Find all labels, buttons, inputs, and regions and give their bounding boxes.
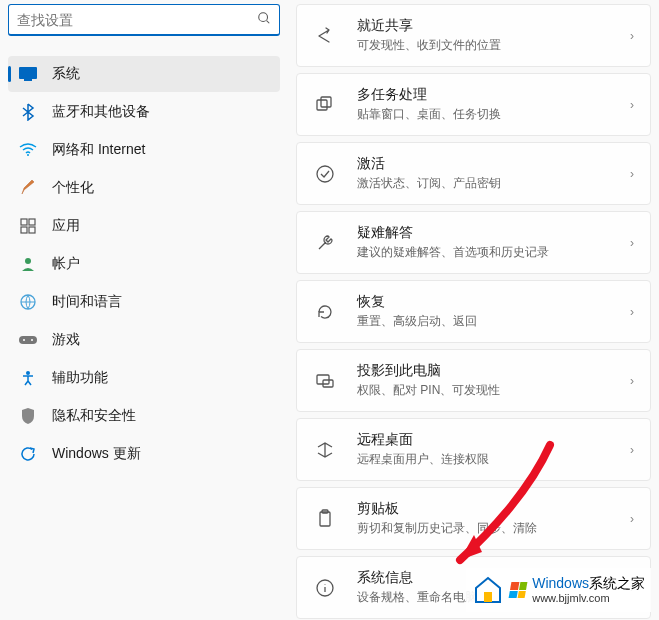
- wrench-icon: [313, 233, 337, 253]
- svg-point-14: [26, 371, 30, 375]
- sidebar-item-label: 时间和语言: [52, 293, 122, 311]
- svg-rect-25: [484, 592, 492, 602]
- wifi-icon: [18, 143, 38, 157]
- watermark-brand: Windows系统之家: [532, 576, 645, 591]
- svg-point-0: [259, 12, 268, 21]
- sidebar-item-windows-update[interactable]: Windows 更新: [8, 436, 280, 472]
- chevron-right-icon: ›: [630, 443, 634, 457]
- setting-multitasking[interactable]: 多任务处理 贴靠窗口、桌面、任务切换 ›: [296, 73, 651, 136]
- setting-title: 多任务处理: [357, 86, 630, 104]
- svg-rect-8: [29, 227, 35, 233]
- sidebar-item-label: 蓝牙和其他设备: [52, 103, 150, 121]
- svg-rect-3: [24, 79, 32, 81]
- account-icon: [18, 256, 38, 272]
- sidebar-item-label: 隐私和安全性: [52, 407, 136, 425]
- apps-icon: [18, 218, 38, 234]
- sidebar-item-privacy[interactable]: 隐私和安全性: [8, 398, 280, 434]
- setting-title: 疑难解答: [357, 224, 630, 242]
- setting-title: 恢复: [357, 293, 630, 311]
- setting-projecting[interactable]: 投影到此电脑 权限、配对 PIN、可发现性 ›: [296, 349, 651, 412]
- sidebar-item-label: 帐户: [52, 255, 80, 273]
- house-icon: [472, 572, 504, 608]
- setting-title: 就近共享: [357, 17, 630, 35]
- sidebar-item-label: 游戏: [52, 331, 80, 349]
- setting-desc: 建议的疑难解答、首选项和历史记录: [357, 244, 630, 261]
- setting-clipboard[interactable]: 剪贴板 剪切和复制历史记录、同步、清除 ›: [296, 487, 651, 550]
- sidebar-item-label: Windows 更新: [52, 445, 141, 463]
- sidebar-item-apps[interactable]: 应用: [8, 208, 280, 244]
- system-icon: [18, 67, 38, 81]
- sidebar-item-label: 辅助功能: [52, 369, 108, 387]
- sidebar-item-label: 系统: [52, 65, 80, 83]
- sidebar-item-label: 应用: [52, 217, 80, 235]
- globe-icon: [18, 294, 38, 310]
- svg-rect-7: [21, 227, 27, 233]
- search-box[interactable]: [8, 4, 280, 36]
- sidebar-item-gaming[interactable]: 游戏: [8, 322, 280, 358]
- bluetooth-icon: [18, 103, 38, 121]
- sidebar-item-network[interactable]: 网络和 Internet: [8, 132, 280, 168]
- setting-desc: 激活状态、订阅、产品密钥: [357, 175, 630, 192]
- svg-rect-15: [317, 100, 327, 110]
- setting-desc: 贴靠窗口、桌面、任务切换: [357, 106, 630, 123]
- setting-title: 投影到此电脑: [357, 362, 630, 380]
- svg-line-1: [267, 20, 270, 23]
- svg-rect-16: [321, 97, 331, 107]
- setting-remote-desktop[interactable]: 远程桌面 远程桌面用户、连接权限 ›: [296, 418, 651, 481]
- setting-activation[interactable]: 激活 激活状态、订阅、产品密钥 ›: [296, 142, 651, 205]
- svg-rect-2: [19, 67, 37, 79]
- svg-rect-20: [320, 512, 330, 526]
- setting-desc: 远程桌面用户、连接权限: [357, 451, 630, 468]
- svg-point-17: [317, 166, 333, 182]
- clipboard-icon: [313, 509, 337, 529]
- setting-nearby-sharing[interactable]: 就近共享 可发现性、收到文件的位置 ›: [296, 4, 651, 67]
- info-icon: [313, 578, 337, 598]
- sidebar-item-accessibility[interactable]: 辅助功能: [8, 360, 280, 396]
- watermark: Windows系统之家 www.bjjmlv.com: [466, 568, 651, 612]
- chevron-right-icon: ›: [630, 512, 634, 526]
- sidebar-item-time-language[interactable]: 时间和语言: [8, 284, 280, 320]
- svg-rect-5: [21, 219, 27, 225]
- share-icon: [313, 26, 337, 46]
- check-circle-icon: [313, 164, 337, 184]
- chevron-right-icon: ›: [630, 29, 634, 43]
- accessibility-icon: [18, 370, 38, 386]
- setting-recovery[interactable]: 恢复 重置、高级启动、返回 ›: [296, 280, 651, 343]
- sidebar-item-label: 网络和 Internet: [52, 141, 145, 159]
- sidebar-item-bluetooth[interactable]: 蓝牙和其他设备: [8, 94, 280, 130]
- sidebar-item-personalization[interactable]: 个性化: [8, 170, 280, 206]
- brush-icon: [18, 180, 38, 196]
- svg-point-9: [25, 258, 31, 264]
- search-input[interactable]: [17, 12, 257, 28]
- gaming-icon: [18, 334, 38, 346]
- update-icon: [18, 446, 38, 462]
- chevron-right-icon: ›: [630, 98, 634, 112]
- sidebar-item-system[interactable]: 系统: [8, 56, 280, 92]
- sidebar-item-label: 个性化: [52, 179, 94, 197]
- multitask-icon: [313, 95, 337, 115]
- chevron-right-icon: ›: [630, 374, 634, 388]
- chevron-right-icon: ›: [630, 167, 634, 181]
- windows-logo-icon: [509, 582, 528, 598]
- svg-point-13: [31, 339, 33, 341]
- svg-rect-11: [19, 336, 37, 344]
- chevron-right-icon: ›: [630, 236, 634, 250]
- project-icon: [313, 371, 337, 391]
- chevron-right-icon: ›: [630, 305, 634, 319]
- remote-icon: [313, 440, 337, 460]
- svg-point-4: [27, 154, 29, 156]
- setting-title: 远程桌面: [357, 431, 630, 449]
- setting-desc: 重置、高级启动、返回: [357, 313, 630, 330]
- setting-desc: 可发现性、收到文件的位置: [357, 37, 630, 54]
- shield-icon: [18, 408, 38, 424]
- svg-point-12: [23, 339, 25, 341]
- setting-title: 激活: [357, 155, 630, 173]
- setting-troubleshoot[interactable]: 疑难解答 建议的疑难解答、首选项和历史记录 ›: [296, 211, 651, 274]
- setting-desc: 权限、配对 PIN、可发现性: [357, 382, 630, 399]
- setting-title: 剪贴板: [357, 500, 630, 518]
- recovery-icon: [313, 302, 337, 322]
- sidebar-item-accounts[interactable]: 帐户: [8, 246, 280, 282]
- main-content: 就近共享 可发现性、收到文件的位置 › 多任务处理 贴靠窗口、桌面、任务切换 ›…: [288, 0, 659, 620]
- sidebar: 系统 蓝牙和其他设备 网络和 Internet 个性化 应用: [0, 0, 288, 620]
- svg-rect-6: [29, 219, 35, 225]
